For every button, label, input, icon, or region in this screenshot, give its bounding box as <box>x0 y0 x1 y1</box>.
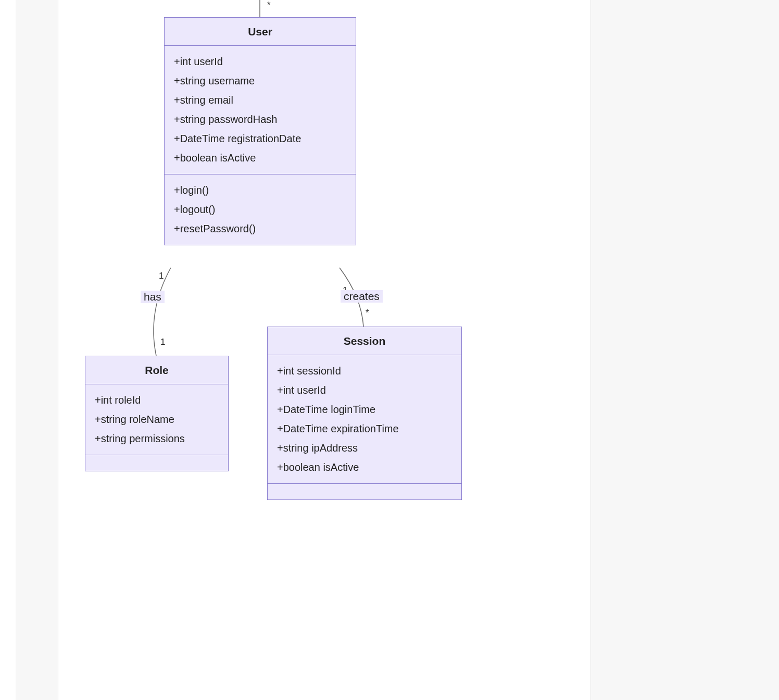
diagram-canvas: * User +int userId +string username +str… <box>58 0 591 700</box>
user-attr: +int userId <box>174 52 346 71</box>
session-attr: +int userId <box>277 381 452 400</box>
user-attr: +string passwordHash <box>174 110 346 129</box>
user-method: +login() <box>174 181 346 200</box>
user-method: +logout() <box>174 200 346 219</box>
cardinality-has-source: 1 <box>159 271 164 281</box>
class-user-attributes: +int userId +string username +string ema… <box>165 46 356 174</box>
user-attr: +boolean isActive <box>174 148 346 168</box>
user-attr: +string username <box>174 71 346 91</box>
user-attr: +DateTime registrationDate <box>174 129 346 148</box>
relationship-has-label: has <box>141 291 165 303</box>
session-attr: +string ipAddress <box>277 439 452 458</box>
role-attr: +string permissions <box>95 429 219 448</box>
user-method: +resetPassword() <box>174 219 346 239</box>
session-attr: +int sessionId <box>277 361 452 381</box>
session-attr: +boolean isActive <box>277 458 452 477</box>
class-session[interactable]: Session +int sessionId +int userId +Date… <box>267 327 462 500</box>
class-user[interactable]: User +int userId +string username +strin… <box>164 17 356 245</box>
left-gutter <box>16 0 57 700</box>
class-role-attributes: +int roleId +string roleName +string per… <box>85 384 228 455</box>
class-session-attributes: +int sessionId +int userId +DateTime log… <box>268 355 461 484</box>
left-sidebar-strip <box>0 0 16 700</box>
class-session-title: Session <box>268 327 461 355</box>
cardinality-has-target: 1 <box>160 337 165 347</box>
relationship-creates-label: creates <box>341 290 383 303</box>
class-role[interactable]: Role +int roleId +string roleName +strin… <box>85 356 229 471</box>
user-attr: +string email <box>174 91 346 110</box>
class-user-methods: +login() +logout() +resetPassword() <box>165 174 356 245</box>
session-attr: +DateTime loginTime <box>277 400 452 419</box>
class-session-methods <box>268 484 461 499</box>
role-attr: +int roleId <box>95 391 219 410</box>
class-user-title: User <box>165 18 356 46</box>
right-area <box>592 0 779 700</box>
role-attr: +string roleName <box>95 410 219 429</box>
class-role-title: Role <box>85 356 228 384</box>
cardinality-creates-target: * <box>366 308 369 318</box>
class-role-methods <box>85 455 228 471</box>
session-attr: +DateTime expirationTime <box>277 419 452 439</box>
cardinality-top: * <box>267 0 271 10</box>
